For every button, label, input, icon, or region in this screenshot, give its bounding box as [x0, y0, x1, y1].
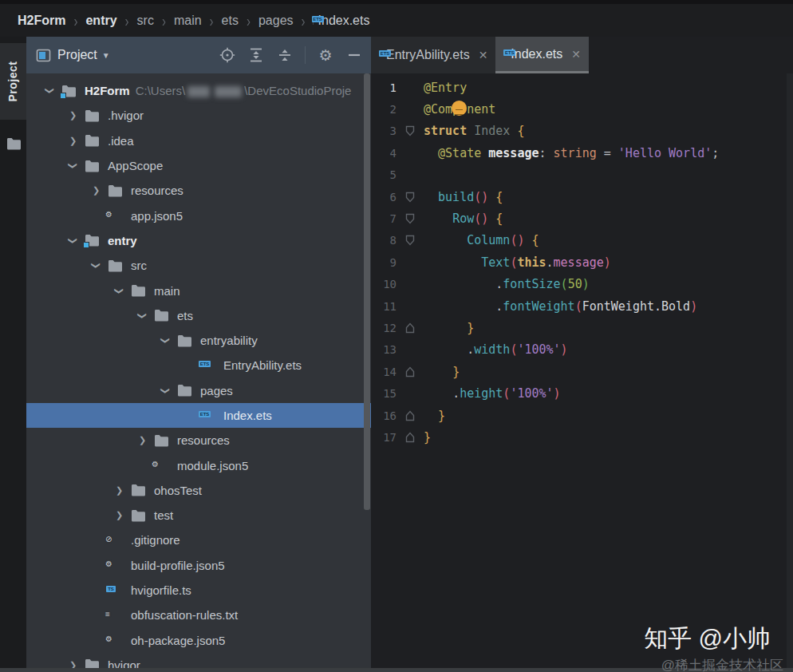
chevron-down-icon[interactable]: ❯ — [160, 379, 171, 402]
fold-end-icon[interactable] — [396, 432, 424, 443]
code-text[interactable]: struct Index { — [424, 124, 793, 138]
settings-gear-icon[interactable]: ⚙ — [317, 46, 334, 64]
tree-item-ohostest[interactable]: ❯ohosTest — [26, 478, 371, 503]
hide-panel-icon[interactable] — [345, 46, 363, 64]
code-text[interactable]: } — [424, 430, 793, 445]
line-number[interactable]: 1 — [377, 81, 396, 94]
line-number[interactable]: 16 — [377, 409, 396, 422]
line-number[interactable]: 13 — [377, 343, 396, 356]
line-number[interactable]: 10 — [377, 278, 396, 291]
line-number[interactable]: 4 — [377, 147, 396, 160]
editor-tab-index-ets[interactable]: ETSIndex.ets✕ — [495, 37, 589, 73]
code-text[interactable]: } — [424, 321, 793, 335]
tree-item-main[interactable]: ❯main — [26, 278, 371, 302]
code-text[interactable]: Row() { — [424, 211, 793, 226]
chevron-down-icon[interactable]: ❯ — [45, 79, 55, 102]
tree-item-resources[interactable]: ❯resources — [26, 178, 371, 203]
chevron-down-icon[interactable]: ▼ — [102, 51, 110, 60]
line-number[interactable]: 14 — [377, 366, 396, 378]
line-number[interactable]: 17 — [377, 431, 396, 444]
tree-item-ets[interactable]: ❯ets — [26, 303, 371, 328]
tree-item-module-json5[interactable]: ⚙module.json5 — [26, 453, 371, 477]
tree-item-appscope[interactable]: ❯AppScope — [26, 153, 371, 178]
code-text[interactable]: build() { — [424, 190, 793, 204]
line-number[interactable]: 6 — [377, 191, 396, 204]
breadcrumb-item-index-ets[interactable]: ETSIndex.ets — [314, 14, 370, 28]
tab-close-icon[interactable]: ✕ — [479, 49, 488, 61]
line-number[interactable]: 15 — [377, 387, 396, 400]
tree-item--gitignore[interactable]: ⊘.gitignore — [26, 528, 371, 552]
fold-collapse-icon[interactable] — [396, 235, 424, 246]
editor-scrollbar-track[interactable] — [787, 73, 793, 672]
editor-tab-entryability-ets[interactable]: ETSEntryAbility.ets✕ — [371, 37, 495, 73]
project-stripe-button[interactable]: Project — [0, 43, 26, 120]
chevron-down-icon[interactable]: ❯ — [160, 329, 171, 352]
code-text[interactable]: @State message: string = 'Hello World'; — [424, 146, 793, 160]
chevron-down-icon[interactable]: ❯ — [91, 254, 101, 277]
breadcrumb-item-entry[interactable]: entry — [85, 14, 116, 28]
fold-collapse-icon[interactable] — [396, 192, 424, 203]
folder-stripe-icon[interactable] — [6, 137, 21, 153]
breadcrumb-item-ets[interactable]: ets — [222, 14, 239, 28]
line-number[interactable]: 7 — [377, 212, 396, 225]
line-number[interactable]: 5 — [377, 168, 396, 181]
expand-all-icon[interactable] — [247, 46, 265, 64]
line-number[interactable]: 9 — [377, 256, 396, 269]
code-text[interactable]: Text(this.message) — [424, 255, 793, 270]
chevron-down-icon[interactable]: ❯ — [114, 279, 124, 302]
tree-item-build-profile-json5[interactable]: ⚙build-profile.json5 — [26, 553, 371, 578]
tree-item--idea[interactable]: ❯.idea — [26, 128, 371, 153]
code-text[interactable]: .fontWeight(FontWeight.Bold) — [424, 299, 793, 314]
chevron-right-icon[interactable]: ❯ — [61, 136, 85, 146]
line-number[interactable]: 2 — [377, 103, 396, 116]
chevron-right-icon[interactable]: ❯ — [108, 485, 131, 496]
tree-item-obfuscation-rules-txt[interactable]: ≡obfuscation-rules.txt — [26, 603, 371, 627]
tree-item--hvigor[interactable]: ❯.hvigor — [26, 103, 371, 128]
line-number[interactable]: 3 — [377, 125, 396, 137]
breadcrumb-item-pages[interactable]: pages — [258, 14, 294, 28]
chevron-right-icon[interactable]: ❯ — [85, 185, 108, 196]
line-number[interactable]: 12 — [377, 322, 396, 334]
code-text[interactable]: .height('100%') — [424, 386, 793, 401]
tab-close-icon[interactable]: ✕ — [571, 48, 581, 61]
fold-end-icon[interactable] — [396, 322, 424, 334]
fold-collapse-icon[interactable] — [396, 213, 424, 224]
tree-item-test[interactable]: ❯test — [26, 503, 371, 528]
code-text[interactable]: @Entry — [424, 81, 793, 95]
tree-item-src[interactable]: ❯src — [26, 253, 371, 278]
line-number[interactable]: 8 — [377, 234, 396, 247]
tree-item-entry[interactable]: ❯entry — [26, 228, 371, 253]
breadcrumb-item-h2form[interactable]: H2Form — [18, 14, 65, 28]
code-text[interactable]: } — [424, 365, 793, 379]
code-text[interactable]: .fontSize(50) — [424, 277, 793, 291]
breadcrumb-item-src[interactable]: src — [137, 14, 154, 28]
tree-item-app-json5[interactable]: ⚙app.json5 — [26, 203, 371, 227]
breadcrumb-item-main[interactable]: main — [174, 14, 202, 28]
chevron-right-icon[interactable]: ❯ — [108, 510, 131, 520]
code-text[interactable]: } — [424, 409, 793, 423]
code-text[interactable]: .width('100%') — [424, 342, 793, 357]
tree-item-pages[interactable]: ❯pages — [26, 378, 371, 403]
locate-target-icon[interactable] — [219, 46, 236, 64]
chevron-right-icon[interactable]: ❯ — [131, 435, 154, 445]
code-editor[interactable]: 1@Entry2@Component3struct Index {4 @Stat… — [371, 73, 793, 449]
project-scrollbar-thumb[interactable] — [364, 73, 370, 510]
tree-item-hvigorfile-ts[interactable]: TShvigorfile.ts — [26, 578, 371, 603]
tree-item-entryability[interactable]: ❯entryability — [26, 328, 371, 353]
code-text[interactable]: @Component — [424, 102, 793, 117]
tree-item-entryability-ets[interactable]: ETSEntryAbility.ets — [26, 353, 371, 378]
chevron-down-icon[interactable]: ❯ — [137, 304, 148, 327]
fold-collapse-icon[interactable] — [396, 125, 424, 136]
tree-item-resources[interactable]: ❯resources — [26, 428, 371, 453]
chevron-right-icon[interactable]: ❯ — [61, 110, 85, 121]
chevron-down-icon[interactable]: ❯ — [68, 229, 78, 252]
chevron-down-icon[interactable]: ❯ — [68, 154, 78, 177]
code-text[interactable]: Column() { — [424, 233, 793, 247]
fold-end-icon[interactable] — [396, 366, 424, 378]
fold-end-icon[interactable] — [396, 410, 424, 421]
tree-item-oh-package-json5[interactable]: ⚙oh-package.json5 — [26, 628, 371, 653]
tree-item-index-ets[interactable]: ETSIndex.ets — [26, 403, 371, 428]
tree-item-h2form[interactable]: ❯H2FormC:\Users\\DevEcoStudioProje — [26, 78, 371, 103]
collapse-all-icon[interactable] — [276, 46, 294, 64]
line-number[interactable]: 11 — [377, 300, 396, 313]
